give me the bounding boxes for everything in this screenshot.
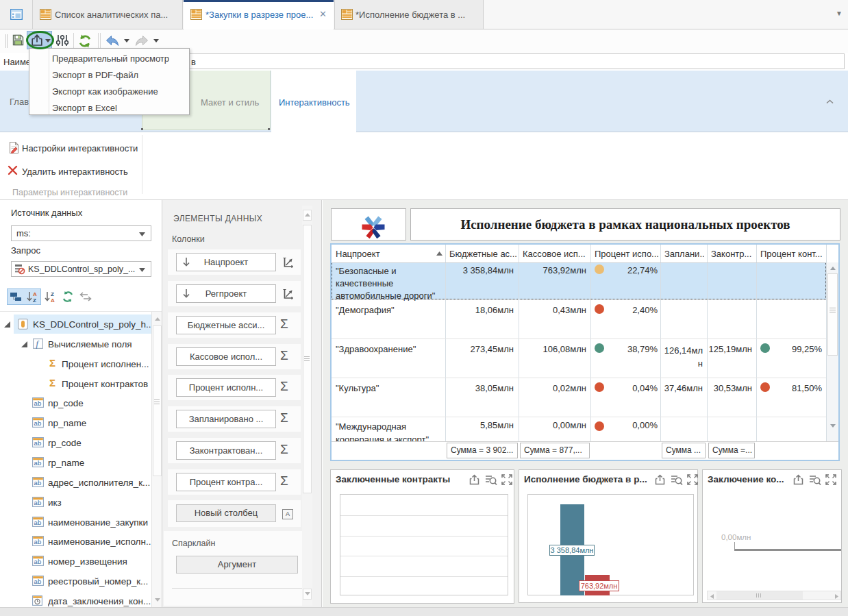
svg-text:ab: ab <box>34 499 42 506</box>
svg-text:ab: ab <box>34 399 42 407</box>
svg-text:ab: ab <box>34 558 42 565</box>
svg-text:Z: Z <box>51 291 54 297</box>
svg-text:ab: ab <box>34 419 42 427</box>
svg-text:ab: ab <box>34 578 42 585</box>
svg-text:ab: ab <box>34 519 42 526</box>
svg-text:A: A <box>33 291 37 297</box>
svg-text:ab: ab <box>34 479 42 486</box>
svg-text:ab: ab <box>34 439 42 447</box>
svg-text:A: A <box>51 297 55 303</box>
svg-text:Z: Z <box>33 297 36 303</box>
svg-text:ab: ab <box>34 538 42 545</box>
svg-text:ab: ab <box>34 459 42 467</box>
